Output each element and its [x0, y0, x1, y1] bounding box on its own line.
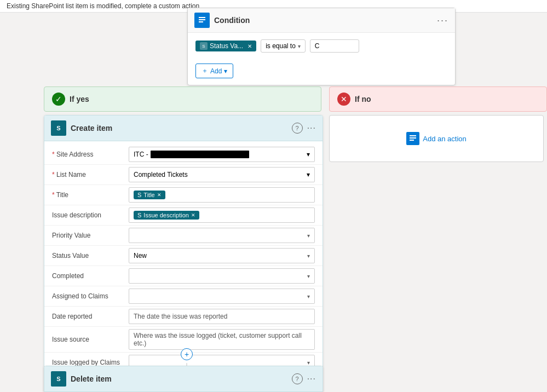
status-field-value: New ▾: [129, 248, 315, 263]
date-reported-row: Date reported The date the issue was rep…: [44, 307, 323, 327]
if-yes-bar: ✓ If yes: [44, 87, 321, 112]
chip-close-icon[interactable]: ✕: [247, 43, 252, 49]
issue-desc-chip-close-icon[interactable]: ✕: [191, 212, 195, 218]
status-label: Status Value: [52, 252, 129, 260]
priority-row: Priority Value ▾: [44, 226, 323, 246]
title-field-value: S Title ✕: [129, 187, 315, 203]
if-no-bar: ✕ If no: [329, 87, 547, 112]
issue-desc-chip-icon: S: [137, 212, 141, 218]
add-chevron-icon: ▾: [224, 67, 227, 75]
plus-icon: ＋: [201, 66, 208, 76]
if-yes-label: If yes: [70, 95, 89, 103]
status-value-text: New: [134, 252, 147, 260]
svg-rect-0: [199, 19, 205, 20]
operator-select[interactable]: is equal to ▾: [261, 39, 306, 53]
site-address-label: Site Address: [52, 151, 129, 158]
if-no-label: If no: [355, 95, 371, 103]
condition-title: Condition: [214, 16, 250, 25]
create-item-header-left: S Create item: [51, 120, 112, 136]
create-item-more-button[interactable]: ···: [307, 123, 316, 133]
priority-field[interactable]: ▾: [129, 228, 315, 243]
list-name-label: List Name: [52, 171, 129, 178]
site-address-value: ITC - ▾: [129, 147, 315, 162]
date-reported-field[interactable]: The date the issue was reported: [129, 309, 315, 324]
status-field[interactable]: New ▾: [129, 248, 315, 263]
condition-header-left: Condition: [194, 13, 250, 28]
completed-label: Completed: [52, 272, 129, 280]
create-item-title: Create item: [71, 124, 112, 132]
svg-rect-1: [199, 21, 203, 22]
issue-desc-label: Issue description: [52, 211, 129, 219]
redacted-value: [151, 151, 249, 158]
condition-block-icon: [194, 13, 210, 28]
condition-block: Condition ··· S Status Va... ✕ is equal …: [187, 8, 456, 85]
list-name-field[interactable]: Completed Tickets ▾: [129, 167, 315, 182]
issue-desc-field[interactable]: S Issue description ✕: [129, 207, 315, 223]
create-item-header: S Create item ? ···: [44, 116, 323, 141]
issue-desc-row: Issue description S Issue description ✕: [44, 205, 323, 226]
list-name-value: Completed Tickets ▾: [129, 167, 315, 182]
issue-logged-chevron-icon: ▾: [307, 360, 310, 366]
add-action-icon: [406, 132, 419, 145]
title-label: Title: [52, 191, 129, 199]
title-chip-icon: S: [137, 192, 141, 198]
title-chip-close-icon[interactable]: ✕: [157, 192, 162, 198]
delete-item-title: Delete item: [71, 374, 112, 383]
priority-label: Priority Value: [52, 232, 129, 239]
priority-field-value: ▾: [129, 228, 315, 243]
help-button[interactable]: ?: [292, 123, 303, 134]
svg-rect-2: [199, 17, 205, 18]
delete-item-more-button[interactable]: ···: [307, 374, 316, 384]
title-chip[interactable]: S Title ✕: [134, 191, 165, 199]
svg-rect-4: [410, 140, 414, 141]
sharepoint-icon: S: [51, 120, 66, 136]
add-action-box: Add an action: [329, 115, 544, 162]
chip-label: Status Va...: [210, 42, 243, 50]
status-chevron-icon: ▾: [307, 253, 310, 259]
create-item-header-actions: ? ···: [292, 123, 316, 134]
status-value-chip[interactable]: S Status Va... ✕: [195, 41, 256, 51]
svg-rect-5: [410, 135, 416, 136]
completed-field-value: ▾: [129, 268, 315, 284]
assigned-chevron-icon: ▾: [307, 293, 310, 299]
issue-desc-chip-label: Issue description: [143, 212, 189, 218]
assigned-label: Assigned to Claims: [52, 292, 129, 300]
add-action-label: Add an action: [423, 135, 467, 143]
delete-item-header: S Delete item ? ···: [44, 366, 323, 392]
check-circle-icon: ✓: [52, 93, 65, 106]
issue-source-field-value: Where was the issue logged (ticket, cust…: [129, 329, 315, 350]
assigned-field-value: ▾: [129, 289, 315, 304]
issue-source-field[interactable]: Where was the issue logged (ticket, cust…: [129, 329, 315, 350]
list-name-chevron-icon: ▾: [307, 171, 310, 178]
issue-source-placeholder: Where was the issue logged (ticket, cust…: [134, 332, 310, 347]
status-row: Status Value New ▾: [44, 246, 323, 266]
top-hint-text: Existing SharePoint list item is modifie…: [7, 2, 199, 10]
list-name-row: List Name Completed Tickets ▾: [44, 165, 323, 185]
site-text: ITC -: [134, 151, 249, 158]
delete-help-button[interactable]: ?: [292, 373, 303, 384]
operator-label: is equal to: [266, 42, 296, 50]
create-item-form: Site Address ITC - ▾ List Name Completed: [44, 141, 323, 376]
site-address-chevron-icon: ▾: [307, 151, 310, 158]
list-name-text: Completed Tickets: [134, 171, 188, 178]
assigned-row: Assigned to Claims ▾: [44, 286, 323, 307]
condition-header: Condition ···: [188, 8, 455, 33]
add-action-button[interactable]: Add an action: [406, 132, 467, 145]
add-label: Add: [210, 67, 222, 75]
assigned-field[interactable]: ▾: [129, 289, 315, 304]
connector-plus-button[interactable]: +: [181, 348, 193, 360]
title-row: Title S Title ✕: [44, 185, 323, 205]
condition-add-button[interactable]: ＋ Add ▾: [195, 64, 233, 78]
site-address-field[interactable]: ITC - ▾: [129, 147, 315, 162]
condition-value-input[interactable]: [310, 39, 359, 53]
title-chip-label: Title: [143, 192, 154, 198]
condition-more-button[interactable]: ···: [437, 15, 448, 26]
svg-rect-3: [410, 137, 416, 139]
title-field[interactable]: S Title ✕: [129, 187, 315, 203]
delete-item-block: S Delete item ? ···: [44, 366, 323, 392]
completed-field[interactable]: ▾: [129, 268, 315, 284]
plus-symbol: +: [185, 350, 189, 359]
delete-item-header-left: S Delete item: [51, 371, 112, 387]
issue-desc-chip[interactable]: S Issue description ✕: [134, 211, 199, 220]
issue-source-label: Issue source: [52, 336, 129, 343]
